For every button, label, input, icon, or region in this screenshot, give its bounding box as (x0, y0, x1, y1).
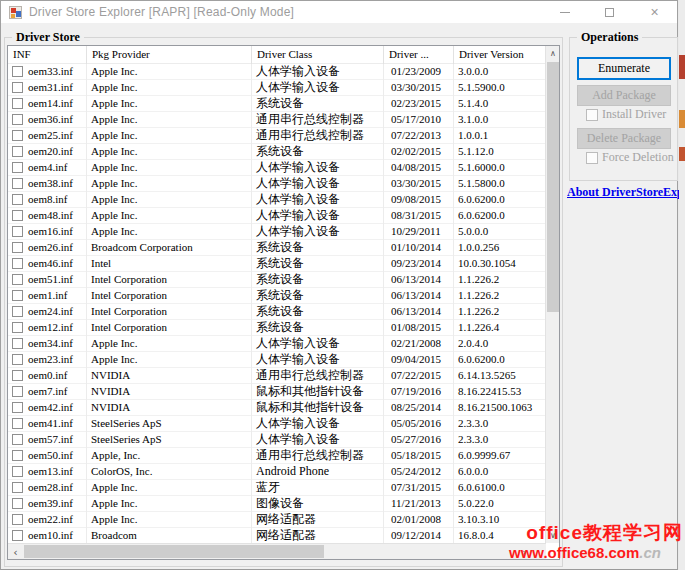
table-row[interactable]: oem48.infApple Inc.人体学输入设备08/31/20156.0.… (8, 208, 546, 224)
minimize-button[interactable] (542, 1, 587, 23)
table-row[interactable]: oem26.infBroadcom Corporation系统设备01/10/2… (8, 240, 546, 256)
table-row[interactable]: oem34.infApple Inc.人体学输入设备02/21/20082.0.… (8, 336, 546, 352)
enumerate-button[interactable]: Enumerate (577, 57, 671, 80)
table-row[interactable]: oem1.infIntel Corporation系统设备06/13/20141… (8, 288, 546, 304)
cell-inf: oem1.inf (8, 288, 87, 304)
cell-driver-version: 1.1.226.2 (454, 272, 546, 288)
table-row[interactable]: oem23.infApple Inc.人体学输入设备09/04/20156.0.… (8, 352, 546, 368)
cell-driver-date: 08/25/2014 (384, 400, 454, 416)
row-checkbox[interactable] (12, 146, 23, 157)
table-row[interactable]: oem41.infSteelSeries ApS人体学输入设备05/05/201… (8, 416, 546, 432)
scroll-up-icon[interactable]: ∧ (546, 46, 560, 61)
row-checkbox[interactable] (12, 82, 23, 93)
table-row[interactable]: oem33.infApple Inc.人体学输入设备01/23/20093.0.… (8, 64, 546, 80)
row-checkbox[interactable] (12, 162, 23, 173)
column-header-driver-date[interactable]: Driver ... (384, 46, 454, 64)
table-row[interactable]: oem12.infIntel Corporation系统设备01/08/2015… (8, 320, 546, 336)
cell-driver-class: 蓝牙 (252, 480, 384, 496)
vertical-scrollbar[interactable]: ∧ ∨ (545, 46, 559, 543)
row-checkbox[interactable] (12, 370, 23, 381)
row-checkbox[interactable] (12, 322, 23, 333)
table-row[interactable]: oem51.infIntel Corporation系统设备06/13/2014… (8, 272, 546, 288)
cell-inf: oem39.inf (8, 496, 87, 512)
cell-driver-version: 5.1.4.0 (454, 96, 546, 112)
table-row[interactable]: oem46.infIntel系统设备09/23/201410.0.30.1054 (8, 256, 546, 272)
table-row[interactable]: oem36.infApple Inc.通用串行总线控制器05/17/20103.… (8, 112, 546, 128)
table-row[interactable]: oem24.infIntel Corporation系统设备06/13/2014… (8, 304, 546, 320)
row-checkbox[interactable] (12, 498, 23, 509)
table-row[interactable]: oem7.infNVIDIA鼠标和其他指针设备07/19/20168.16.22… (8, 384, 546, 400)
horizontal-scrollbar[interactable]: ‹ › (8, 543, 546, 559)
column-header-inf[interactable]: INF (8, 46, 87, 64)
table-row[interactable]: oem0.infNVIDIA通用串行总线控制器07/22/20156.14.13… (8, 368, 546, 384)
table-row[interactable]: oem4.infApple Inc.人体学输入设备04/08/20155.1.6… (8, 160, 546, 176)
cell-inf: oem57.inf (8, 432, 87, 448)
table-row[interactable]: oem20.infApple Inc.系统设备02/02/20155.1.12.… (8, 144, 546, 160)
row-checkbox[interactable] (12, 402, 23, 413)
column-header-pkg-provider[interactable]: Pkg Provider (87, 46, 252, 64)
table-row[interactable]: oem16.infApple Inc.人体学输入设备10/29/20115.0.… (8, 224, 546, 240)
table-row[interactable]: oem39.infApple Inc.图像设备11/21/20135.0.22.… (8, 496, 546, 512)
maximize-button[interactable] (587, 1, 632, 23)
row-checkbox[interactable] (12, 386, 23, 397)
row-checkbox[interactable] (12, 274, 23, 285)
row-checkbox[interactable] (12, 194, 23, 205)
cell-driver-date: 03/30/2015 (384, 80, 454, 96)
table-row[interactable]: oem50.infApple, Inc.通用串行总线控制器05/18/20156… (8, 448, 546, 464)
table-row[interactable]: oem38.infApple Inc.人体学输入设备03/30/20155.1.… (8, 176, 546, 192)
cell-pkg-provider: Broadcom Corporation (87, 240, 252, 256)
row-checkbox[interactable] (12, 290, 23, 301)
row-checkbox[interactable] (12, 434, 23, 445)
row-checkbox[interactable] (12, 354, 23, 365)
close-button[interactable]: × (632, 1, 677, 23)
scroll-left-icon[interactable]: ‹ (8, 544, 23, 560)
row-checkbox[interactable] (12, 130, 23, 141)
about-link[interactable]: About DriverStoreExpl (567, 185, 679, 200)
row-checkbox[interactable] (12, 258, 23, 269)
row-checkbox[interactable] (12, 482, 23, 493)
row-checkbox[interactable] (12, 242, 23, 253)
table-row[interactable]: oem13.infColorOS, Inc.Android Phone05/24… (8, 464, 546, 480)
row-checkbox[interactable] (12, 338, 23, 349)
cell-driver-version: 1.1.226.4 (454, 320, 546, 336)
row-checkbox[interactable] (12, 210, 23, 221)
table-row[interactable]: oem25.infApple Inc.通用串行总线控制器07/22/20131.… (8, 128, 546, 144)
cell-driver-date: 06/13/2014 (384, 304, 454, 320)
row-checkbox[interactable] (12, 418, 23, 429)
cell-driver-class: 人体学输入设备 (252, 192, 384, 208)
row-checkbox[interactable] (12, 514, 23, 525)
cell-inf: oem36.inf (8, 112, 87, 128)
scroll-right-icon[interactable]: › (517, 544, 532, 560)
horizontal-scroll-thumb[interactable] (24, 545, 324, 558)
row-checkbox[interactable] (12, 66, 23, 77)
row-checkbox[interactable] (12, 114, 23, 125)
cell-driver-class: 系统设备 (252, 240, 384, 256)
cell-driver-date: 04/08/2015 (384, 160, 454, 176)
table-row[interactable]: oem14.infApple Inc.系统设备02/23/20155.1.4.0 (8, 96, 546, 112)
cell-driver-date: 02/21/2008 (384, 336, 454, 352)
force-deletion-label: Force Deletion (602, 150, 674, 165)
table-row[interactable]: oem28.infApple Inc.蓝牙07/31/20156.0.6100.… (8, 480, 546, 496)
table-row[interactable]: oem42.infNVIDIA鼠标和其他指针设备08/25/20148.16.2… (8, 400, 546, 416)
row-checkbox[interactable] (12, 178, 23, 189)
table-row[interactable]: oem8.infApple Inc.人体学输入设备09/08/20156.0.6… (8, 192, 546, 208)
table-row[interactable]: oem31.infApple Inc.人体学输入设备03/30/20155.1.… (8, 80, 546, 96)
column-header-driver-version[interactable]: Driver Version (454, 46, 546, 64)
table-row[interactable]: oem10.infBroadcom网络适配器09/12/201416.8.0.4 (8, 528, 546, 544)
table-row[interactable]: oem57.infSteelSeries ApS人体学输入设备05/27/201… (8, 432, 546, 448)
vertical-scroll-thumb[interactable] (547, 62, 559, 312)
row-checkbox[interactable] (12, 98, 23, 109)
cell-driver-date: 09/04/2015 (384, 352, 454, 368)
scroll-down-icon[interactable]: ∨ (546, 528, 560, 543)
row-checkbox[interactable] (12, 466, 23, 477)
cell-pkg-provider: Intel Corporation (87, 272, 252, 288)
row-checkbox[interactable] (12, 450, 23, 461)
cell-driver-version: 5.1.5800.0 (454, 176, 546, 192)
row-checkbox[interactable] (12, 306, 23, 317)
table-row[interactable]: oem22.infApple Inc.网络适配器02/01/20083.10.3… (8, 512, 546, 528)
cell-pkg-provider: Apple Inc. (87, 128, 252, 144)
column-header-driver-class[interactable]: Driver Class (252, 46, 384, 64)
cell-driver-class: 人体学输入设备 (252, 336, 384, 352)
row-checkbox[interactable] (12, 530, 23, 541)
row-checkbox[interactable] (12, 226, 23, 237)
